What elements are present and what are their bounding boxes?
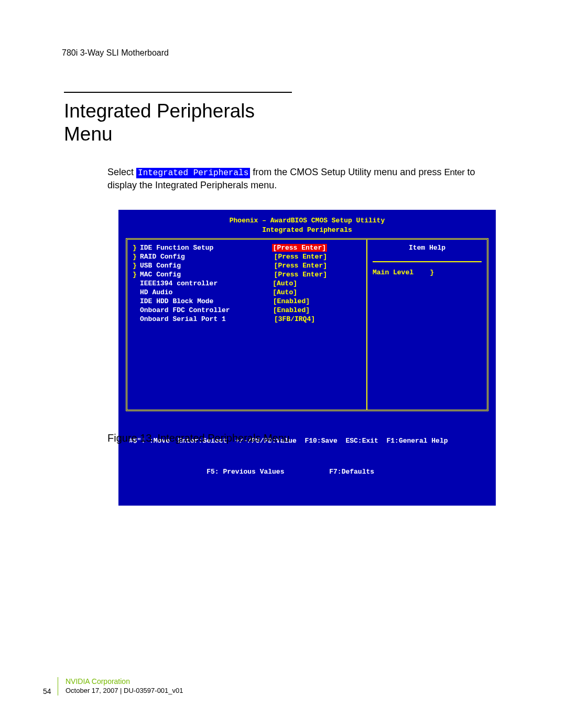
main-title: Integrated Peripherals Menu xyxy=(64,100,255,146)
bios-help-level: Main Level } xyxy=(373,261,482,276)
bios-row-pad xyxy=(297,288,361,296)
bios-footer-line2: F5: Previous Values F7:Defaults xyxy=(129,467,485,477)
bios-row-pad xyxy=(327,253,361,261)
bios-row-marker xyxy=(133,288,140,296)
body-mid: from the CMOS Setup Utility menu and pre… xyxy=(250,167,444,177)
bios-row: Onboard Serial Port 1 [3FB/IRQ4] xyxy=(133,315,361,323)
body-highlight: Integrated Peripherals xyxy=(136,168,250,178)
bios-row: } RAID Config [Press Enter] xyxy=(133,253,361,261)
bios-row-marker xyxy=(133,315,140,323)
bios-row-pad xyxy=(297,280,361,287)
bios-row: } MAC Config [Press Enter] xyxy=(133,271,361,279)
bios-row-value: [Press Enter] xyxy=(274,271,327,279)
bios-row-label: IDE HDD Block Mode xyxy=(140,297,273,305)
bios-row-value: [Enabled] xyxy=(273,297,310,305)
bios-row: } IDE Function Setup [Press Enter] xyxy=(133,244,361,252)
bios-header: Phoenix – AwardBIOS CMOS Setup Utility I… xyxy=(119,211,495,238)
bios-row-pad xyxy=(315,315,361,323)
bios-row-marker xyxy=(133,297,140,305)
bios-row-pad xyxy=(327,244,361,252)
title-divider xyxy=(64,92,292,93)
title-line2: Menu xyxy=(64,123,113,145)
bios-row-marker xyxy=(133,280,140,287)
bios-row: IDE HDD Block Mode [Enabled] xyxy=(133,297,361,305)
bios-row-value: [Press Enter] xyxy=(274,253,327,261)
bios-row-label: USB Config xyxy=(140,262,274,270)
bios-help-title: Item Help xyxy=(373,244,482,252)
bios-footer: #$"! :Move Enter:Select +/-/PU/PD:Value … xyxy=(119,411,495,505)
page-footer: NVIDIA Corporation October 17, 2007 | DU… xyxy=(0,677,566,695)
bios-row-value: [Press Enter] xyxy=(274,262,327,270)
bios-row-pad xyxy=(327,262,361,270)
bios-right-pane: Item Help Main Level } xyxy=(366,240,487,410)
bios-screenshot: Phoenix – AwardBIOS CMOS Setup Utility I… xyxy=(118,210,496,506)
bios-row-label: Onboard FDC Controller xyxy=(140,306,273,314)
bios-row-marker xyxy=(133,306,140,314)
body-pre: Select xyxy=(107,167,136,177)
bios-row-label: RAID Config xyxy=(140,253,274,261)
bios-row: HD Audio [Auto] xyxy=(133,288,361,296)
bios-row-label: IDE Function Setup xyxy=(140,244,272,252)
bios-row-value: [Press Enter] xyxy=(272,244,327,252)
bios-row-label: Onboard Serial Port 1 xyxy=(140,315,274,323)
footer-line: NVIDIA Corporation October 17, 2007 | DU… xyxy=(58,677,566,695)
bios-row-label: HD Audio xyxy=(140,288,273,296)
bios-row-pad xyxy=(327,271,361,279)
footer-date: October 17, 2007 | DU-03597-001_v01 xyxy=(66,687,566,694)
bios-row: } USB Config [Press Enter] xyxy=(133,262,361,270)
bios-row-value: [3FB/IRQ4] xyxy=(274,315,315,323)
bios-row-value: [Auto] xyxy=(273,288,297,296)
bios-row: IEEE1394 controller [Auto] xyxy=(133,280,361,287)
bios-row-label: IEEE1394 controller xyxy=(140,280,273,287)
bios-header-line1: Phoenix – AwardBIOS CMOS Setup Utility xyxy=(119,216,495,226)
bios-row-marker: } xyxy=(133,253,140,261)
bios-row-marker: } xyxy=(133,244,140,252)
bios-left-pane: } IDE Function Setup [Press Enter] } RAI… xyxy=(127,240,366,410)
bios-row-label: MAC Config xyxy=(140,271,274,279)
bios-row-value: [Enabled] xyxy=(273,306,310,314)
footer-corp: NVIDIA Corporation xyxy=(66,677,566,686)
bios-row: Onboard FDC Controller [Enabled] xyxy=(133,306,361,314)
bios-row-pad xyxy=(310,306,361,314)
bios-row-marker: } xyxy=(133,271,140,279)
bios-header-line2: Integrated Peripherals xyxy=(119,226,495,235)
body-enter: Enter xyxy=(444,167,464,177)
bios-row-value: [Auto] xyxy=(273,280,297,287)
bios-row-marker: } xyxy=(133,262,140,270)
page-header: 780i 3-Way SLI Motherboard xyxy=(62,48,169,58)
body-paragraph: Select Integrated Peripherals from the C… xyxy=(107,166,485,192)
figure-caption: Figure 13. Integrated Peripherals Menu xyxy=(107,432,290,444)
bios-row-pad xyxy=(310,297,361,305)
page-number: 54 xyxy=(43,687,51,695)
title-line1: Integrated Peripherals xyxy=(64,100,255,122)
bios-inner: } IDE Function Setup [Press Enter] } RAI… xyxy=(126,238,488,411)
